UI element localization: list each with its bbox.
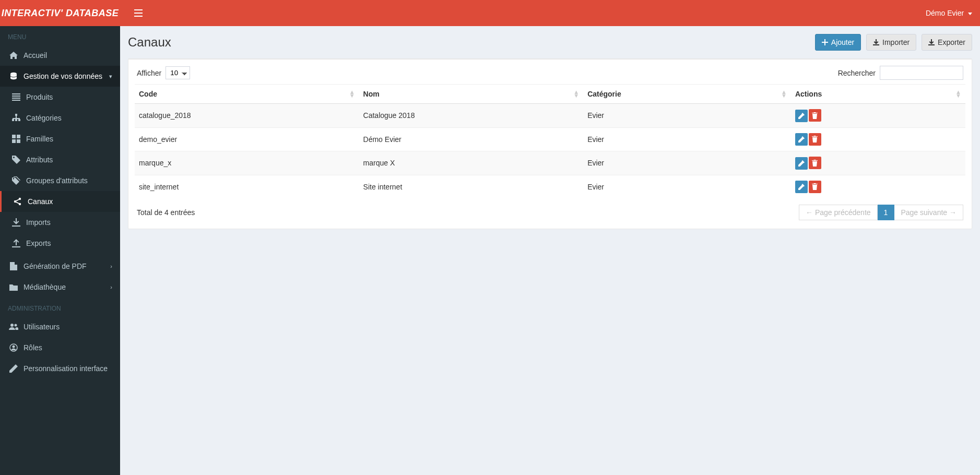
- col-code[interactable]: Code ▲▼: [135, 85, 359, 104]
- sidebar-item-roles[interactable]: Rôles: [0, 337, 120, 358]
- sidebar-item-imports[interactable]: Imports: [0, 212, 120, 233]
- sidebar-item-categories[interactable]: Catégories: [0, 108, 120, 128]
- sidebar-item-canaux[interactable]: Canaux: [0, 191, 120, 212]
- sidebar-item-label: Exports: [26, 239, 112, 247]
- sidebar-item-label: Gestion de vos données: [23, 72, 109, 80]
- page-prev[interactable]: ← Page précédente: [799, 205, 878, 220]
- users-icon: [8, 323, 19, 330]
- trash-icon: [812, 112, 818, 119]
- cell-actions: [791, 175, 965, 198]
- sidebar-item-attributs[interactable]: Attributs: [0, 149, 120, 170]
- tags-icon: [10, 176, 22, 185]
- pagination: ← Page précédente 1 Page suivante →: [799, 205, 963, 220]
- sidebar-item-label: Rôles: [23, 343, 112, 352]
- sort-icon: ▲▼: [349, 90, 355, 98]
- pencil-icon: [798, 113, 805, 119]
- sidebar-item-label: Imports: [26, 218, 112, 227]
- sidebar-section-menu: MENU: [0, 26, 120, 45]
- cell-actions: [791, 151, 965, 175]
- delete-button[interactable]: [809, 109, 821, 122]
- sidebar-item-accueil[interactable]: Accueil: [0, 45, 120, 66]
- upload-icon: [10, 239, 22, 247]
- cell-nom: Catalogue 2018: [359, 104, 584, 128]
- length-label: Afficher: [137, 69, 161, 77]
- sidebar-item-genpdf[interactable]: Génération de PDF ›: [0, 256, 120, 277]
- add-button-label: Ajouter: [831, 38, 854, 46]
- table-info: Total de 4 entrées: [137, 208, 195, 217]
- edit-button[interactable]: [795, 110, 808, 122]
- sidebar-item-produits[interactable]: Produits: [0, 87, 120, 108]
- table-row: marque_xmarque XEvier: [135, 151, 965, 175]
- sidebar-item-gestion[interactable]: Gestion de vos données ▾: [0, 66, 120, 87]
- sidebar-item-label: Attributs: [26, 156, 112, 164]
- download-icon: [873, 39, 879, 45]
- sidebar-item-label: Médiathèque: [23, 283, 110, 291]
- import-button[interactable]: Importer: [866, 34, 916, 51]
- grid-icon: [10, 135, 22, 143]
- edit-button[interactable]: [795, 157, 808, 170]
- edit-button[interactable]: [795, 181, 808, 193]
- cell-categorie: Evier: [583, 127, 791, 151]
- search-input[interactable]: [880, 66, 963, 80]
- cell-actions: [791, 127, 965, 151]
- delete-button[interactable]: [809, 181, 821, 193]
- sidebar: MENU Accueil Gestion de vos données ▾ Pr…: [0, 26, 120, 475]
- sidebar-item-label: Utilisateurs: [23, 323, 112, 331]
- sidebar-item-label: Groupes d'attributs: [26, 176, 112, 185]
- export-button-label: Exporter: [938, 38, 965, 46]
- sidebar-item-mediatheque[interactable]: Médiathèque ›: [0, 277, 120, 298]
- export-button[interactable]: Exporter: [922, 34, 972, 51]
- sidebar-item-label: Catégories: [26, 114, 112, 122]
- cell-nom: Démo Evier: [359, 127, 584, 151]
- sidebar-item-exports[interactable]: Exports: [0, 233, 120, 254]
- table-row: catalogue_2018Catalogue 2018Evier: [135, 104, 965, 128]
- edit-button[interactable]: [795, 133, 808, 146]
- sidebar-item-familles[interactable]: Familles: [0, 128, 120, 149]
- sidebar-item-label: Familles: [26, 135, 112, 143]
- user-name: Démo Evier: [926, 9, 964, 17]
- pencil-icon: [798, 184, 805, 190]
- chevron-right-icon: ›: [110, 284, 112, 290]
- caret-down-icon: [968, 9, 972, 17]
- data-table: Code ▲▼ Nom ▲▼ Catégorie ▲▼ Actions: [135, 84, 965, 198]
- col-nom[interactable]: Nom ▲▼: [359, 85, 584, 104]
- sidebar-item-personnalisation[interactable]: Personnalisation interface: [0, 358, 120, 379]
- sidebar-item-groupes[interactable]: Groupes d'attributs: [0, 170, 120, 191]
- cell-actions: [791, 104, 965, 128]
- top-header: INTERACTIV' DATABASE Démo Evier: [0, 0, 980, 26]
- col-code-label: Code: [139, 90, 157, 98]
- page-current[interactable]: 1: [878, 205, 895, 220]
- add-button[interactable]: Ajouter: [815, 34, 861, 51]
- plus-icon: [822, 39, 828, 45]
- pencil-icon: [798, 160, 805, 167]
- home-icon: [8, 51, 19, 60]
- col-categorie-label: Catégorie: [587, 90, 621, 98]
- user-menu[interactable]: Démo Evier: [926, 0, 972, 26]
- length-control: Afficher 10: [137, 66, 190, 79]
- cell-code: demo_evier: [135, 127, 359, 151]
- data-panel: Afficher 10 Rechercher Code ▲▼: [128, 58, 972, 229]
- cell-code: site_internet: [135, 175, 359, 198]
- top-bar: Démo Evier: [120, 0, 980, 26]
- col-categorie[interactable]: Catégorie ▲▼: [583, 85, 791, 104]
- delete-button[interactable]: [809, 157, 821, 169]
- length-select[interactable]: 10: [166, 66, 190, 79]
- chevron-down-icon: ▾: [109, 73, 112, 80]
- cell-categorie: Evier: [583, 104, 791, 128]
- trash-icon: [812, 160, 818, 167]
- sidebar-item-utilisateurs[interactable]: Utilisateurs: [0, 316, 120, 337]
- cell-nom: marque X: [359, 151, 584, 175]
- brand-logo[interactable]: INTERACTIV' DATABASE: [0, 0, 120, 26]
- delete-button[interactable]: [809, 133, 821, 146]
- user-circle-icon: [8, 343, 19, 352]
- main-content: Canaux Ajouter Importer Exporter: [120, 26, 980, 475]
- sidebar-section-admin: ADMINISTRATION: [0, 298, 120, 316]
- svg-point-4: [10, 324, 14, 327]
- tag-icon: [10, 156, 22, 164]
- page-next[interactable]: Page suivante →: [894, 205, 963, 220]
- sort-icon: ▲▼: [955, 90, 961, 98]
- page-actions: Ajouter Importer Exporter: [815, 34, 972, 51]
- panel-bottom: Total de 4 entrées ← Page précédente 1 P…: [135, 205, 965, 220]
- sidebar-toggle[interactable]: [128, 9, 149, 17]
- sidebar-item-label: Génération de PDF: [23, 262, 110, 270]
